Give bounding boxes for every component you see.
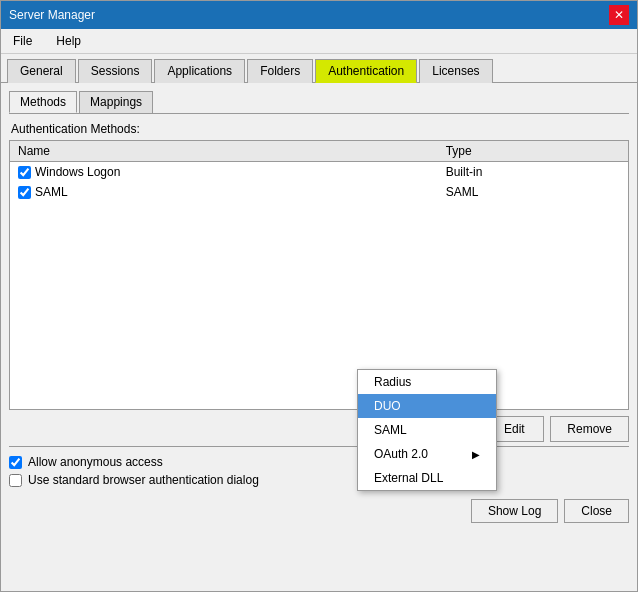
windows-logon-name: Windows Logon: [35, 165, 120, 179]
content-area: Methods Mappings Authentication Methods:…: [1, 83, 637, 591]
saml-checkbox[interactable]: [18, 186, 31, 199]
remove-button[interactable]: Remove: [550, 416, 629, 442]
tabs-bar: General Sessions Applications Folders Au…: [1, 54, 637, 83]
standard-browser-checkbox[interactable]: [9, 474, 22, 487]
oauth2-submenu-icon: ▶: [472, 449, 480, 460]
auth-methods-table: Name Type Windows Logon Built-in: [9, 140, 629, 410]
dropdown-item-oauth2[interactable]: OAuth 2.0 ▶: [358, 442, 496, 466]
sub-tab-mappings[interactable]: Mappings: [79, 91, 153, 113]
window-title: Server Manager: [9, 8, 95, 22]
section-label: Authentication Methods:: [9, 122, 629, 136]
allow-anonymous-checkbox[interactable]: [9, 456, 22, 469]
allow-anonymous-label: Allow anonymous access: [28, 455, 163, 469]
sub-tab-methods[interactable]: Methods: [9, 91, 77, 113]
tab-applications[interactable]: Applications: [154, 59, 245, 83]
tab-sessions[interactable]: Sessions: [78, 59, 153, 83]
dropdown-item-external-dll[interactable]: External DLL: [358, 466, 496, 490]
add-dropdown-menu: Radius DUO SAML OAuth 2.0 ▶ External DLL: [357, 369, 497, 491]
close-button[interactable]: Close: [564, 499, 629, 523]
show-log-button[interactable]: Show Log: [471, 499, 558, 523]
footer-buttons: Show Log Close: [9, 499, 629, 523]
main-window: Server Manager ✕ File Help General Sessi…: [0, 0, 638, 592]
menu-file[interactable]: File: [7, 32, 38, 50]
menu-help[interactable]: Help: [50, 32, 87, 50]
menu-bar: File Help: [1, 29, 637, 54]
title-bar: Server Manager ✕: [1, 1, 637, 29]
standard-browser-label: Use standard browser authentication dial…: [28, 473, 259, 487]
dropdown-item-duo[interactable]: DUO: [358, 394, 496, 418]
tab-folders[interactable]: Folders: [247, 59, 313, 83]
close-window-button[interactable]: ✕: [609, 5, 629, 25]
dropdown-item-saml[interactable]: SAML: [358, 418, 496, 442]
tab-authentication[interactable]: Authentication: [315, 59, 417, 83]
bottom-section: Allow anonymous access Use standard brow…: [9, 446, 629, 491]
tab-general[interactable]: General: [7, 59, 76, 83]
table-row[interactable]: Windows Logon Built-in: [10, 162, 628, 183]
col-name: Name: [10, 141, 438, 162]
windows-logon-type: Built-in: [438, 162, 628, 183]
table-row[interactable]: SAML SAML: [10, 182, 628, 202]
saml-type: SAML: [438, 182, 628, 202]
windows-logon-checkbox[interactable]: [18, 166, 31, 179]
standard-browser-row: Use standard browser authentication dial…: [9, 473, 629, 487]
action-buttons: Add Edit Remove: [9, 416, 629, 442]
tab-licenses[interactable]: Licenses: [419, 59, 492, 83]
col-type: Type: [438, 141, 628, 162]
sub-tabs: Methods Mappings: [9, 91, 629, 114]
dropdown-item-radius[interactable]: Radius: [358, 370, 496, 394]
saml-name: SAML: [35, 185, 68, 199]
allow-anonymous-row: Allow anonymous access: [9, 455, 629, 469]
